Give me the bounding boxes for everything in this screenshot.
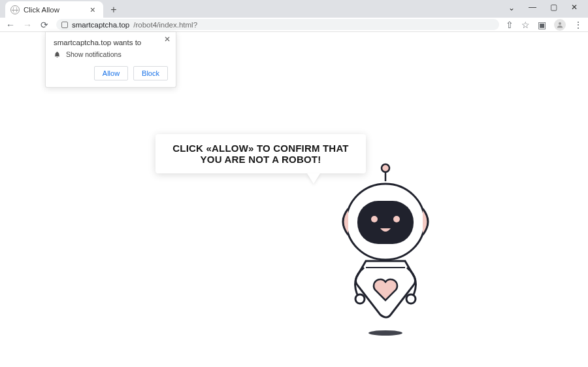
bell-icon — [54, 51, 61, 58]
globe-icon — [10, 5, 20, 14]
block-button[interactable]: Block — [133, 66, 168, 80]
notification-permission-prompt: ✕ smartcaptcha.top wants to Show notific… — [45, 32, 176, 88]
share-icon[interactable]: ⇧ — [506, 20, 514, 30]
forward-button[interactable]: → — [22, 20, 33, 30]
browser-titlebar: Click Allow × + ⌄ — ▢ ✕ — [0, 0, 588, 18]
svg-point-3 — [382, 164, 389, 172]
allow-button[interactable]: Allow — [94, 66, 128, 80]
profile-avatar-icon[interactable] — [554, 19, 566, 31]
prompt-close-icon[interactable]: ✕ — [164, 35, 171, 44]
svg-rect-5 — [357, 201, 414, 244]
svg-point-6 — [371, 216, 378, 222]
svg-point-7 — [393, 216, 400, 222]
extensions-icon[interactable]: ▣ — [538, 20, 546, 30]
new-tab-button[interactable]: + — [106, 2, 122, 18]
tab-close-icon[interactable]: × — [89, 5, 97, 15]
svg-point-0 — [559, 22, 561, 25]
browser-tab[interactable]: Click Allow × — [5, 1, 103, 18]
browser-menu-icon[interactable]: ⋮ — [574, 20, 583, 30]
url-host: smartcaptcha.top — [72, 21, 129, 29]
toolbar-right: ⇧ ☆ ▣ ⋮ — [506, 19, 583, 31]
prompt-origin-text: smartcaptcha.top wants to — [54, 39, 168, 46]
captcha-instruction-text: CLICK «ALLOW» TO CONFIRM THAT YOU ARE NO… — [172, 143, 348, 165]
page-viewport: ✕ smartcaptcha.top wants to Show notific… — [0, 32, 588, 367]
bookmark-star-icon[interactable]: ☆ — [521, 20, 530, 30]
address-bar[interactable]: smartcaptcha.top/robot4/index.html? — [56, 19, 499, 30]
reload-button[interactable]: ⟳ — [39, 20, 50, 30]
window-minimize-button[interactable]: — — [528, 3, 537, 12]
svg-point-1 — [368, 330, 402, 336]
window-maximize-button[interactable]: ▢ — [549, 3, 558, 12]
tabs-dropdown-icon[interactable]: ⌄ — [507, 3, 516, 12]
prompt-capability-row: Show notifications — [54, 50, 168, 58]
tab-title: Click Allow — [24, 6, 89, 14]
prompt-capability-text: Show notifications — [66, 50, 122, 58]
lock-icon — [61, 22, 68, 28]
back-button[interactable]: ← — [5, 20, 16, 30]
window-controls: ⌄ — ▢ ✕ — [507, 0, 588, 12]
browser-toolbar: ← → ⟳ smartcaptcha.top/robot4/index.html… — [0, 18, 588, 32]
window-close-button[interactable]: ✕ — [570, 3, 579, 12]
svg-point-9 — [355, 294, 365, 304]
url-path: /robot4/index.html? — [133, 21, 197, 29]
robot-illustration — [336, 163, 434, 340]
captcha-speech-bubble: CLICK «ALLOW» TO CONFIRM THAT YOU ARE NO… — [155, 134, 366, 173]
svg-point-10 — [406, 294, 416, 304]
